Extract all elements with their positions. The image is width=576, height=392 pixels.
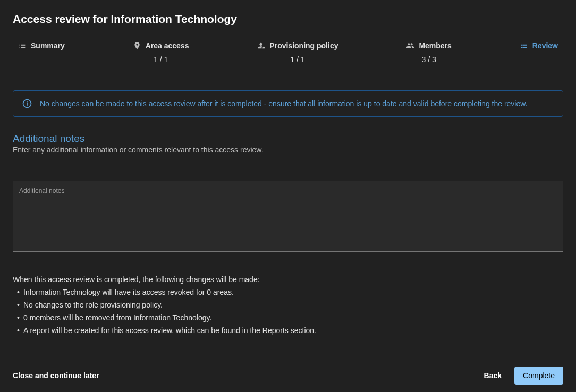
step-count: 3 / 3 (421, 55, 436, 64)
changes-list: Information Technology will have its acc… (13, 288, 563, 339)
step-members[interactable]: Members 3 / 3 (406, 41, 451, 64)
notes-field-label: Additional notes (19, 187, 64, 194)
list-item: Information Technology will have its acc… (23, 288, 563, 296)
notes-input[interactable] (13, 181, 563, 251)
footer: Close and continue later Back Complete (0, 359, 576, 392)
notes-title: Additional notes (13, 133, 563, 144)
notes-subtitle: Enter any additional information or comm… (13, 146, 563, 154)
step-connector (69, 47, 129, 47)
svg-point-2 (27, 101, 28, 103)
review-list-icon (520, 41, 528, 50)
list-item: A report will be created for this access… (23, 326, 563, 335)
step-area-access[interactable]: Area access 1 / 1 (133, 41, 189, 64)
list-item: No changes to the role provisioning poli… (23, 301, 563, 309)
info-banner-text: No changes can be made to this access re… (40, 99, 528, 108)
step-provisioning[interactable]: Provisioning policy 1 / 1 (257, 41, 338, 64)
step-count: 1 / 1 (290, 55, 304, 64)
back-button[interactable]: Back (484, 371, 502, 380)
step-label: Members (419, 41, 451, 50)
stepper: Summary Area access 1 / 1 Provisioning p… (13, 41, 563, 64)
step-label: Review (532, 41, 558, 50)
close-continue-button[interactable]: Close and continue later (13, 371, 99, 380)
page-title: Access review for Information Technology (13, 13, 563, 25)
step-summary[interactable]: Summary (18, 41, 65, 50)
users-icon (406, 41, 414, 50)
changes-intro: When this access review is completed, th… (13, 275, 563, 284)
list-item: 0 members will be removed from Informati… (23, 313, 563, 322)
list-icon (18, 41, 27, 50)
notes-field-wrap: Additional notes (13, 181, 563, 252)
complete-button[interactable]: Complete (514, 367, 563, 385)
info-banner: No changes can be made to this access re… (13, 90, 563, 117)
info-icon (22, 98, 32, 109)
step-review[interactable]: Review (520, 41, 558, 50)
step-connector (456, 47, 515, 47)
step-connector (193, 47, 252, 47)
step-label: Provisioning policy (269, 41, 338, 50)
step-count: 1 / 1 (154, 55, 168, 64)
users-gear-icon (257, 41, 265, 50)
step-label: Summary (31, 41, 65, 50)
location-icon (133, 41, 141, 50)
step-connector (342, 47, 402, 47)
step-label: Area access (146, 41, 189, 50)
